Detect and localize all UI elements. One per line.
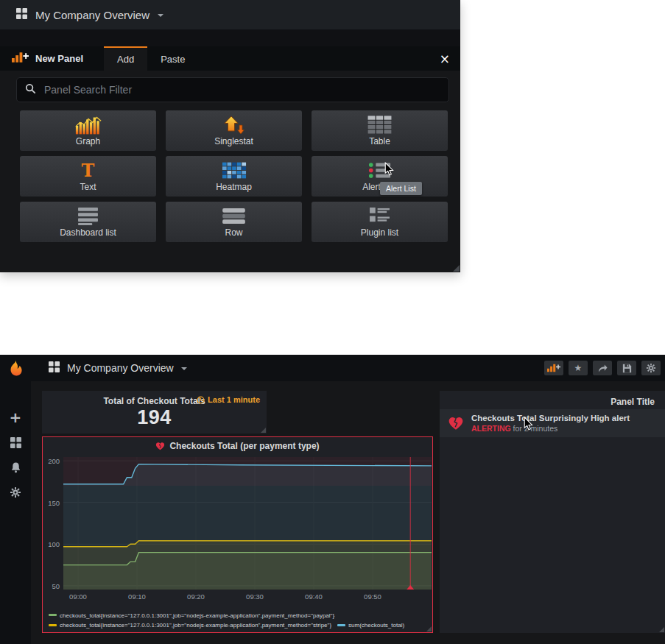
x-axis-tick-label: 09:00	[62, 592, 94, 601]
dashboard-list-icon	[77, 207, 99, 226]
time-range-label: Last 1 minute	[208, 395, 260, 404]
star-button[interactable]: ★	[569, 361, 588, 375]
broken-heart-icon	[448, 416, 464, 431]
tab-paste[interactable]: Paste	[147, 46, 198, 71]
row-icon	[222, 207, 246, 226]
save-icon	[622, 364, 632, 373]
panel-type-text[interactable]: T Text	[20, 156, 156, 197]
graph-icon	[74, 116, 102, 135]
cell-label: Table	[369, 136, 390, 146]
alert-name: Checkouts Total Surprisingly High alert	[471, 414, 630, 422]
x-axis-tick-label: 09:30	[239, 592, 271, 601]
chevron-down-icon	[181, 367, 187, 370]
legend-swatch-stripe	[49, 624, 57, 626]
x-axis-tick-label: 09:50	[356, 592, 389, 601]
dialog-resize-handle[interactable]	[453, 265, 460, 272]
grid-icon	[49, 361, 60, 375]
panel-resize-handle[interactable]	[261, 428, 266, 433]
share-button[interactable]	[593, 361, 612, 375]
new-panel-label-group: New Panel	[0, 46, 95, 71]
tab-add[interactable]: Add	[104, 46, 147, 71]
dashboard-screenshot: + My Company Overview ★	[0, 355, 665, 644]
singlestat-icon	[223, 116, 245, 135]
mouse-cursor	[524, 417, 533, 434]
panel-type-row[interactable]: Row	[166, 202, 302, 242]
panel-type-grid: Graph Singlestat Table T Text	[20, 110, 448, 242]
panel-resize-handle[interactable]	[426, 626, 432, 631]
clock-icon	[197, 396, 205, 404]
panel-resize-handle[interactable]	[659, 627, 664, 632]
graph-title-text: Checkouts Total (per payment type)	[169, 441, 319, 451]
grid-icon	[16, 8, 27, 22]
panel-type-table[interactable]: Table	[312, 110, 448, 151]
mouse-cursor	[384, 162, 394, 180]
side-menu: +	[0, 355, 31, 644]
text-icon: T	[82, 161, 95, 180]
panel-type-singlestat[interactable]: Singlestat	[166, 110, 302, 151]
sidebar-create-button[interactable]: +	[0, 405, 31, 430]
dashboard-navbar: My Company Overview ★	[31, 355, 665, 381]
grafana-logo[interactable]	[6, 358, 26, 381]
grid-icon	[10, 437, 21, 448]
panel-type-graph[interactable]: Graph	[20, 110, 156, 151]
cell-label: Dashboard list	[60, 227, 116, 238]
search-box	[16, 77, 449, 102]
cell-label: Text	[80, 182, 96, 192]
legend-series-paypal[interactable]: checkouts_total{instance="127.0.0.1:3001…	[60, 612, 334, 619]
sidebar-dashboards-button[interactable]	[0, 430, 31, 455]
panel-type-plugin-list[interactable]: Plugin list	[312, 202, 448, 242]
cell-label: Plugin list	[361, 227, 398, 238]
chevron-down-icon	[158, 14, 163, 17]
cell-label: Singlestat	[214, 136, 253, 146]
add-panel-button[interactable]	[544, 361, 563, 375]
legend-swatch-paypal	[49, 614, 57, 616]
dashboard-title-button[interactable]: My Company Overview	[67, 362, 174, 374]
legend-swatch-sum	[337, 624, 345, 626]
dashboard-title-button[interactable]: My Company Overview	[35, 9, 149, 21]
legend-series-stripe[interactable]: checkouts_total{instance="127.0.0.1:3001…	[60, 623, 331, 629]
x-axis-tick-label: 09:10	[121, 592, 153, 601]
plus-icon: +	[10, 410, 22, 425]
y-axis-tick-label: 150	[43, 499, 60, 507]
add-panel-icon	[547, 364, 560, 372]
panel-type-dashboard-list[interactable]: Dashboard list	[20, 202, 156, 242]
sidebar-alerting-button[interactable]	[0, 455, 31, 480]
singlestat-panel: Total of Checkout Totals Last 1 minute 1…	[42, 391, 267, 434]
gear-icon	[646, 363, 656, 373]
dashboard-header: My Company Overview	[0, 0, 460, 29]
checkouts-chart	[63, 457, 432, 590]
panel-search-input[interactable]	[43, 83, 440, 96]
broken-heart-icon	[155, 442, 165, 450]
alert-meta: ALERTING for 2 minutes	[471, 424, 630, 433]
add-panel-icon	[12, 52, 29, 65]
cell-label: Row	[225, 227, 242, 238]
close-button[interactable]: ×	[429, 46, 460, 71]
panel-type-heatmap[interactable]: Heatmap	[166, 156, 302, 197]
navbar-actions: ★	[544, 361, 661, 375]
gear-icon	[10, 486, 21, 498]
add-panel-dialog-screenshot: My Company Overview New Panel Add Paste …	[0, 0, 460, 272]
alert-list-panel: Panel Title Checkouts Total Surprisingly…	[440, 391, 665, 633]
add-panel-tabstrip: New Panel Add Paste ×	[0, 46, 460, 71]
graph-panel-title[interactable]: Checkouts Total (per payment type)	[43, 441, 432, 451]
save-button[interactable]	[617, 361, 636, 375]
graph-plot-area	[63, 457, 432, 590]
alert-texts: Checkouts Total Surprisingly High alert …	[471, 414, 630, 433]
cell-label: Heatmap	[216, 182, 252, 192]
heatmap-icon	[222, 161, 247, 180]
bell-icon	[10, 461, 21, 473]
legend-series-sum[interactable]: sum(checkouts_total)	[348, 623, 404, 629]
sidebar-configuration-button[interactable]	[0, 480, 31, 505]
alert-panel-title[interactable]: Panel Title	[611, 397, 655, 407]
dashboard-settings-button[interactable]	[641, 361, 661, 375]
y-axis-tick-label: 100	[43, 540, 60, 548]
share-icon	[597, 364, 608, 373]
x-axis-tick-label: 09:20	[180, 592, 212, 601]
y-axis-tick-label: 50	[43, 582, 60, 590]
alert-list-tooltip: Alert List	[380, 182, 422, 195]
legend-row: checkouts_total{instance="127.0.0.1:3001…	[49, 620, 429, 630]
search-icon	[25, 83, 36, 97]
table-icon	[367, 116, 392, 135]
alert-list-item[interactable]: Checkouts Total Surprisingly High alert …	[440, 409, 665, 437]
legend-row: checkouts_total{instance="127.0.0.1:3001…	[49, 611, 429, 620]
